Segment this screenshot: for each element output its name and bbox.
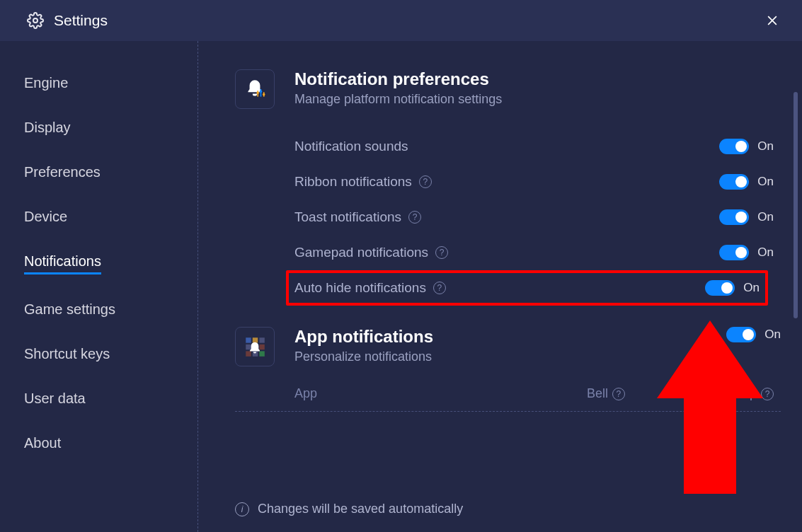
svg-rect-14 <box>246 351 251 356</box>
toggle-state: On <box>757 245 774 260</box>
app-columns-header: App Bell? Desktop? <box>235 386 781 412</box>
column-bell: Bell? <box>587 386 625 401</box>
toggle-state: On <box>757 175 774 189</box>
scrollbar[interactable] <box>794 92 798 318</box>
column-desktop: Desktop? <box>710 386 774 401</box>
sidebar: Engine Display Preferences Device Notifi… <box>0 41 198 532</box>
row-label: Notification sounds <box>294 139 408 154</box>
toggle-state: On <box>764 328 781 342</box>
section-subtitle: Personalize notifications <box>294 349 726 364</box>
svg-rect-11 <box>259 337 264 342</box>
window-title: Settings <box>54 12 108 29</box>
close-icon[interactable] <box>762 11 782 30</box>
toggle-state: On <box>743 281 760 295</box>
toggle-ribbon-notifications[interactable] <box>719 174 749 190</box>
row-notification-sounds: Notification sounds On <box>294 129 774 164</box>
row-label: Ribbon notifications <box>294 174 412 190</box>
toggle-app-notifications[interactable] <box>726 327 756 342</box>
section-notification-preferences: Notification preferences Manage platform… <box>235 69 781 109</box>
svg-rect-13 <box>259 345 264 349</box>
help-icon[interactable]: ? <box>433 282 446 294</box>
footer-note: i Changes will be saved automatically <box>235 502 463 516</box>
section-title: App notifications <box>294 327 726 347</box>
toggle-state: On <box>757 210 774 224</box>
sidebar-item-display[interactable]: Display <box>24 108 71 147</box>
svg-point-0 <box>33 18 38 23</box>
help-icon[interactable]: ? <box>435 246 448 259</box>
toggle-state: On <box>757 139 774 154</box>
help-icon[interactable]: ? <box>408 211 421 224</box>
row-toast-notifications: Toast notifications ? On <box>294 200 774 235</box>
sidebar-item-preferences[interactable]: Preferences <box>24 153 101 192</box>
row-label: Toast notifications <box>294 209 401 225</box>
column-app: App <box>294 386 502 401</box>
sidebar-item-about[interactable]: About <box>24 424 61 463</box>
settings-window: Settings Engine Display Preferences Devi… <box>0 0 802 532</box>
titlebar: Settings <box>0 0 802 41</box>
svg-point-7 <box>260 90 262 92</box>
svg-rect-16 <box>259 351 264 356</box>
info-icon: i <box>235 502 249 516</box>
svg-rect-9 <box>246 337 251 342</box>
svg-rect-12 <box>246 345 251 349</box>
toggle-toast-notifications[interactable] <box>719 209 749 225</box>
app-grid-bell-icon <box>235 327 275 366</box>
help-icon[interactable]: ? <box>419 175 432 188</box>
row-auto-hide-notifications: Auto hide notifications ? On <box>286 270 768 306</box>
svg-point-8 <box>263 93 265 96</box>
row-ribbon-notifications: Ribbon notifications ? On <box>294 164 774 200</box>
sidebar-item-engine[interactable]: Engine <box>24 64 68 103</box>
row-gamepad-notifications: Gamepad notifications ? On <box>294 235 774 270</box>
toggle-auto-hide-notifications[interactable] <box>705 280 735 296</box>
toggle-notification-sounds[interactable] <box>719 139 749 154</box>
sidebar-item-shortcut-keys[interactable]: Shortcut keys <box>24 335 110 374</box>
bell-settings-icon <box>235 69 275 109</box>
help-icon[interactable]: ? <box>761 388 774 400</box>
sidebar-item-device[interactable]: Device <box>24 197 67 236</box>
sidebar-item-game-settings[interactable]: Game settings <box>24 290 115 329</box>
row-label: Auto hide notifications <box>294 280 426 296</box>
main-panel: Notification preferences Manage platform… <box>198 41 802 532</box>
footer-text: Changes will be saved automatically <box>258 502 463 516</box>
gear-icon <box>27 12 44 29</box>
help-icon[interactable]: ? <box>612 388 625 400</box>
svg-rect-10 <box>253 337 258 342</box>
sidebar-item-user-data[interactable]: User data <box>24 379 86 418</box>
section-app-notifications: App notifications Personalize notificati… <box>235 327 781 366</box>
sidebar-item-notifications[interactable]: Notifications <box>24 242 101 274</box>
row-label: Gamepad notifications <box>294 245 428 260</box>
svg-point-6 <box>257 92 259 94</box>
toggle-gamepad-notifications[interactable] <box>719 245 749 260</box>
section-subtitle: Manage platform notification settings <box>294 92 502 107</box>
section-title: Notification preferences <box>294 69 502 89</box>
